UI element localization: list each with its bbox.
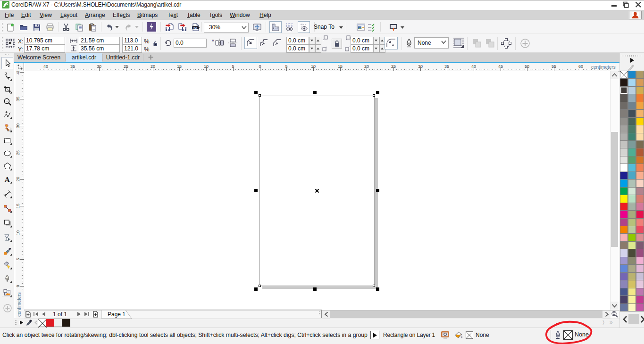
svg-text:40: 40 — [43, 64, 48, 69]
svg-text:40: 40 — [16, 71, 20, 74]
svg-text:5: 5 — [16, 258, 20, 260]
svg-text:40: 40 — [471, 64, 476, 69]
svg-text:15: 15 — [338, 64, 343, 69]
svg-text:10: 10 — [16, 230, 20, 235]
svg-text:35: 35 — [16, 97, 20, 101]
svg-text:25: 25 — [16, 150, 20, 155]
svg-text:35: 35 — [444, 64, 449, 69]
svg-text:30: 30 — [97, 64, 101, 69]
svg-text:10: 10 — [204, 64, 209, 69]
svg-text:10: 10 — [311, 64, 316, 69]
svg-text:5: 5 — [232, 64, 234, 69]
svg-text:15: 15 — [177, 64, 182, 69]
svg-text:20: 20 — [151, 64, 155, 69]
svg-text:20: 20 — [364, 64, 369, 69]
svg-text:centimeters: centimeters — [17, 292, 22, 317]
svg-text:A: A — [5, 175, 10, 183]
svg-text:0: 0 — [16, 285, 20, 287]
svg-text:20: 20 — [16, 177, 20, 181]
svg-text:PDF: PDF — [193, 26, 199, 29]
svg-text:30: 30 — [16, 123, 20, 128]
svg-text:0: 0 — [259, 64, 261, 69]
svg-text:5: 5 — [285, 64, 287, 69]
svg-text:55: 55 — [552, 64, 556, 69]
svg-text:35: 35 — [70, 64, 75, 69]
svg-text:25: 25 — [391, 64, 396, 69]
svg-text:15: 15 — [16, 204, 20, 208]
svg-text:45: 45 — [498, 64, 503, 69]
svg-text:30: 30 — [418, 64, 423, 69]
svg-text:50: 50 — [525, 64, 529, 69]
svg-text:60: 60 — [578, 64, 583, 69]
svg-text:25: 25 — [124, 64, 128, 69]
